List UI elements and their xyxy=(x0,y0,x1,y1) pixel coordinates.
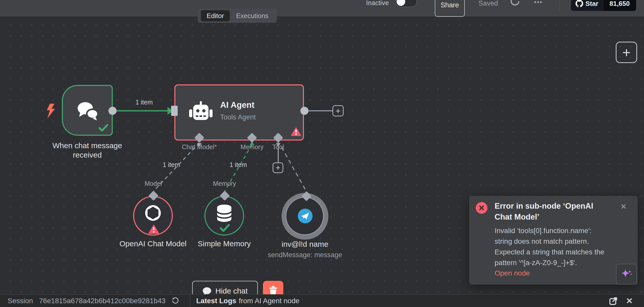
bottom-panel-divider xyxy=(190,295,190,307)
trigger-node-label: When chat message received xyxy=(49,141,125,160)
chat-bubble-icon xyxy=(202,287,212,295)
agent-port-label-tool: Tool xyxy=(265,143,291,151)
ai-assistant-button[interactable] xyxy=(616,264,637,285)
github-star-button[interactable]: Star xyxy=(571,0,603,11)
chat-bubbles-icon xyxy=(76,101,100,121)
connection-tool[interactable] xyxy=(282,147,306,192)
tab-editor[interactable]: Editor xyxy=(201,10,230,21)
agent-port-label-chat-model: Chat Model* xyxy=(174,143,225,151)
editor-executions-tabs: Editor Executions xyxy=(198,9,277,23)
agent-title: AI Agent xyxy=(220,100,254,110)
logs-header: Latest Logs from AI Agent node xyxy=(196,295,299,307)
telegram-node-label: inv@l!d name xyxy=(267,239,343,249)
github-star-widget[interactable]: Star 81,650 xyxy=(571,0,636,11)
toast-body: Invalid 'tools[0].function.name': string… xyxy=(495,225,607,268)
plus-icon: + xyxy=(276,163,281,173)
subnode-port-label-memory: Memory xyxy=(199,180,250,187)
more-options-button[interactable]: ••• xyxy=(534,0,543,6)
workflow-active-label: Inactive xyxy=(366,0,389,7)
error-warning-icon xyxy=(148,224,159,234)
node-telegram[interactable] xyxy=(286,197,324,235)
toast-close-icon[interactable]: ✕ xyxy=(620,202,627,211)
trigger-lightning-icon xyxy=(46,104,56,118)
connection-items-count: 1 item xyxy=(226,161,251,168)
required-marker: * xyxy=(214,143,217,150)
logs-title: Latest Logs xyxy=(196,297,236,305)
database-icon xyxy=(216,205,232,222)
saved-status: Saved xyxy=(479,0,498,7)
refresh-session-icon[interactable] xyxy=(172,297,179,305)
agent-input-port[interactable] xyxy=(171,106,178,116)
toggle-knob xyxy=(397,0,405,6)
error-toast: ✕ Error in sub-node ‘OpenAI Chat Model’ … xyxy=(469,196,638,285)
memory-node-label: Simple Memory xyxy=(186,239,262,248)
node-openai-chat-model[interactable] xyxy=(133,196,173,236)
connection-items-count: 1 item xyxy=(131,99,157,106)
session-id: 76e1815a678a42b6b412c00be9281b43 xyxy=(39,297,166,305)
add-node-button[interactable]: + xyxy=(616,42,637,63)
pop-out-icon[interactable] xyxy=(609,297,618,305)
hide-chat-label: Hide chat xyxy=(215,287,248,295)
node-when-chat-message-received[interactable] xyxy=(62,85,113,136)
telegram-node-subtitle: sendMessage: message xyxy=(260,251,349,259)
workflow-active-toggle[interactable] xyxy=(395,0,417,7)
top-header-bar: Inactive Share Saved ••• Star 81,650 xyxy=(0,0,644,16)
bottom-panel-header: Session 76e1815a678a42b6b412c00be9281b43… xyxy=(0,294,644,307)
share-button[interactable]: Share xyxy=(435,0,465,17)
github-star-count[interactable]: 81,650 xyxy=(603,0,636,11)
subnode-port-label-model: Model xyxy=(128,180,179,187)
telegram-icon xyxy=(298,209,313,223)
tab-executions[interactable]: Executions xyxy=(230,10,275,21)
success-check-icon xyxy=(99,124,108,132)
error-circle-icon xyxy=(476,202,487,214)
chat-session-row: Session 76e1815a678a42b6b412c00be9281b43 xyxy=(8,295,179,307)
node-simple-memory[interactable] xyxy=(204,196,244,236)
history-icon[interactable] xyxy=(510,0,520,7)
agent-subtitle: Tools Agent xyxy=(220,113,256,121)
toast-title: Error in sub-node ‘OpenAI Chat Model’ xyxy=(495,201,605,222)
header-divider xyxy=(559,0,560,12)
trigger-output-port[interactable] xyxy=(108,107,117,115)
n8n-workflow-editor: When chat message received 1 item AI Age… xyxy=(0,0,644,307)
plus-icon: + xyxy=(622,44,631,61)
session-label: Session xyxy=(8,297,33,305)
error-warning-icon xyxy=(291,127,301,136)
sparkles-icon xyxy=(620,268,633,281)
agent-output-port[interactable] xyxy=(300,107,309,115)
connection-items-count: 1 item xyxy=(159,161,184,168)
logs-subtitle: from AI Agent node xyxy=(239,297,299,305)
add-node-after-agent-button[interactable]: + xyxy=(332,105,344,116)
robot-icon xyxy=(189,101,213,123)
success-check-icon xyxy=(220,224,230,233)
close-panel-icon[interactable]: ✕ xyxy=(626,296,633,306)
plus-icon: + xyxy=(335,106,341,116)
add-tool-button[interactable]: + xyxy=(273,162,283,173)
openai-node-label: OpenAI Chat Model xyxy=(112,239,194,248)
star-label: Star xyxy=(585,0,598,8)
openai-logo-icon xyxy=(143,203,163,223)
github-icon xyxy=(576,0,583,7)
node-ai-agent[interactable]: AI Agent Tools Agent xyxy=(174,84,304,141)
open-node-link[interactable]: Open node xyxy=(495,269,530,277)
